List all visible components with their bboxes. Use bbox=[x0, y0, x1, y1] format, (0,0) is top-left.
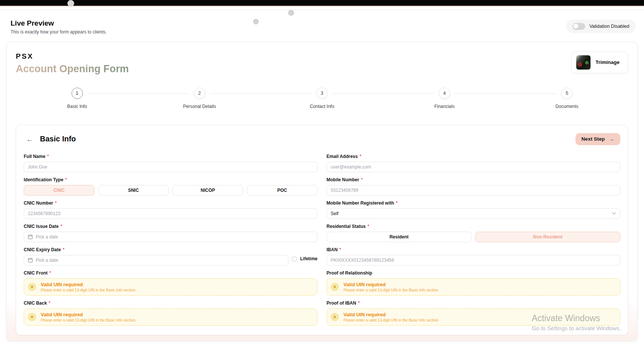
iban-input[interactable] bbox=[327, 255, 620, 266]
field-label: Mobile Number Registered with * bbox=[327, 200, 620, 206]
topbar-dot bbox=[67, 0, 74, 7]
cnic-number-input[interactable] bbox=[24, 208, 317, 219]
required-marker: * bbox=[396, 200, 397, 205]
mobile-registered-with-select[interactable]: Self bbox=[327, 208, 620, 219]
step-number-badge[interactable]: 1 bbox=[72, 88, 83, 99]
stepper-step-financials[interactable]: 4 Financials bbox=[383, 88, 506, 109]
field-cnic-expiry-date: CNIC Expiry Date * Lifetime bbox=[24, 247, 317, 266]
step-label: Basic Info bbox=[67, 104, 87, 109]
label-text: Mobile Number Registered with bbox=[327, 200, 394, 206]
stepper-step-personal-details[interactable]: 2 Personal Details bbox=[138, 88, 261, 109]
step-number-badge[interactable]: 5 bbox=[561, 88, 572, 99]
company-logo-image bbox=[576, 55, 591, 70]
field-label: CNIC Back * bbox=[24, 300, 317, 306]
field-label: Full Name * bbox=[24, 154, 317, 159]
calendar-icon bbox=[28, 258, 33, 263]
required-marker: * bbox=[339, 247, 341, 252]
step-number-badge[interactable]: 4 bbox=[439, 88, 450, 99]
field-label: CNIC Front * bbox=[24, 270, 317, 276]
basic-info-section-card: ← Basic Info Next Step → Full Name * Ema… bbox=[16, 125, 628, 335]
lifetime-checkbox[interactable] bbox=[292, 256, 297, 261]
field-cnic-number: CNIC Number * bbox=[24, 200, 317, 219]
cnic-back-upload-warning[interactable]: × Valid UIN required Please enter a vali… bbox=[24, 308, 317, 326]
calendar-icon bbox=[28, 234, 33, 239]
label-text: Proof of Relationship bbox=[327, 270, 372, 276]
form-preview-card: PSX Account Opening Form Triminage 1 Bas… bbox=[6, 42, 638, 341]
cnic-issue-date-input[interactable] bbox=[36, 232, 313, 242]
next-step-button[interactable]: Next Step → bbox=[575, 133, 620, 145]
step-label: Contact Info bbox=[310, 104, 334, 109]
step-number-badge[interactable]: 2 bbox=[194, 88, 205, 99]
validation-toggle-pill[interactable]: Validation Disabled bbox=[566, 20, 636, 33]
warning-title: Valid UIN required bbox=[343, 312, 438, 317]
error-x-icon: × bbox=[28, 283, 36, 291]
field-email: Email Address * bbox=[327, 154, 620, 172]
step-label: Personal Details bbox=[183, 104, 216, 109]
required-marker: * bbox=[55, 200, 56, 205]
arrow-right-icon: → bbox=[609, 136, 614, 142]
form-title: Account Opening Form bbox=[16, 63, 129, 75]
field-label: Residential Status * bbox=[327, 224, 620, 229]
field-label: CNIC Number * bbox=[24, 200, 317, 206]
lifetime-checkbox-label: Lifetime bbox=[300, 256, 317, 261]
field-proof-of-relationship-upload: Proof of Relationship × Valid UIN requir… bbox=[327, 270, 620, 296]
warning-message: Please enter a valid 13-digit UIN in the… bbox=[41, 288, 136, 292]
field-residential-status: Residential Status * Resident Non-Reside… bbox=[327, 224, 620, 242]
warning-title: Valid UIN required bbox=[343, 282, 438, 287]
field-label: Proof of IBAN * bbox=[327, 300, 620, 306]
label-text: Identification Type bbox=[24, 177, 63, 182]
label-text: Email Address bbox=[327, 154, 358, 159]
field-cnic-front-upload: CNIC Front * × Valid UIN required Please… bbox=[24, 270, 317, 296]
full-name-input[interactable] bbox=[24, 162, 317, 172]
email-input[interactable] bbox=[327, 162, 620, 172]
warning-title: Valid UIN required bbox=[41, 282, 136, 287]
chevron-down-icon bbox=[612, 212, 616, 215]
step-label: Financials bbox=[434, 104, 455, 109]
step-number-badge[interactable]: 3 bbox=[316, 88, 328, 99]
next-step-label: Next Step bbox=[581, 136, 605, 142]
required-marker: * bbox=[49, 270, 51, 275]
cnic-front-upload-warning[interactable]: × Valid UIN required Please enter a vali… bbox=[24, 278, 317, 296]
company-logo-label: Triminage bbox=[595, 59, 620, 65]
decorative-dot bbox=[253, 19, 259, 24]
field-label: Proof of Relationship bbox=[327, 270, 620, 276]
cnic-issue-date-picker[interactable] bbox=[24, 232, 317, 242]
validation-toggle[interactable] bbox=[572, 23, 585, 30]
error-x-icon: × bbox=[331, 283, 339, 291]
select-value: Self bbox=[331, 211, 339, 216]
page-title: Live Preview bbox=[11, 20, 107, 27]
cnic-expiry-date-picker[interactable] bbox=[24, 255, 288, 266]
stepper-step-documents[interactable]: 5 Documents bbox=[506, 88, 628, 109]
warning-message: Please enter a valid 13-digit UIN in the… bbox=[343, 318, 438, 322]
required-marker: * bbox=[360, 154, 361, 158]
warning-title: Valid UIN required bbox=[41, 312, 136, 317]
stepper-step-contact-info[interactable]: 3 Contact Info bbox=[261, 88, 383, 109]
id-type-option-poc[interactable]: POC bbox=[247, 185, 318, 196]
mobile-number-input[interactable] bbox=[327, 185, 620, 196]
proof-of-iban-upload-warning[interactable]: × Valid UIN required Please enter a vali… bbox=[327, 308, 620, 326]
id-type-option-snic[interactable]: SNIC bbox=[98, 185, 169, 196]
stepper-step-basic-info[interactable]: 1 Basic Info bbox=[16, 88, 138, 109]
field-label: Email Address * bbox=[327, 154, 620, 159]
id-type-option-nicop[interactable]: NICOP bbox=[172, 185, 243, 196]
field-label: Identification Type * bbox=[24, 177, 317, 182]
residential-option-resident[interactable]: Resident bbox=[327, 232, 472, 242]
proof-of-relationship-upload-warning[interactable]: × Valid UIN required Please enter a vali… bbox=[327, 278, 620, 296]
required-marker: * bbox=[49, 300, 50, 305]
label-text: Mobile Number bbox=[327, 177, 359, 182]
field-mobile-number: Mobile Number * bbox=[327, 177, 620, 196]
required-marker: * bbox=[361, 177, 363, 182]
label-text: CNIC Number bbox=[24, 200, 53, 206]
label-text: CNIC Back bbox=[24, 300, 47, 306]
back-arrow-icon[interactable]: ← bbox=[26, 135, 34, 143]
label-text: CNIC Front bbox=[24, 270, 47, 276]
required-marker: * bbox=[47, 154, 49, 158]
cnic-expiry-date-input[interactable] bbox=[36, 255, 284, 265]
field-iban: IBAN * bbox=[327, 247, 620, 266]
residential-option-non-resident[interactable]: Non-Resident bbox=[475, 232, 620, 242]
page-header: Live Preview This is exactly how your fo… bbox=[0, 10, 644, 35]
id-type-option-cnic[interactable]: CNIC bbox=[24, 185, 95, 196]
brand-name: PSX bbox=[16, 52, 129, 61]
required-marker: * bbox=[61, 224, 62, 228]
decorative-dot bbox=[288, 10, 294, 16]
